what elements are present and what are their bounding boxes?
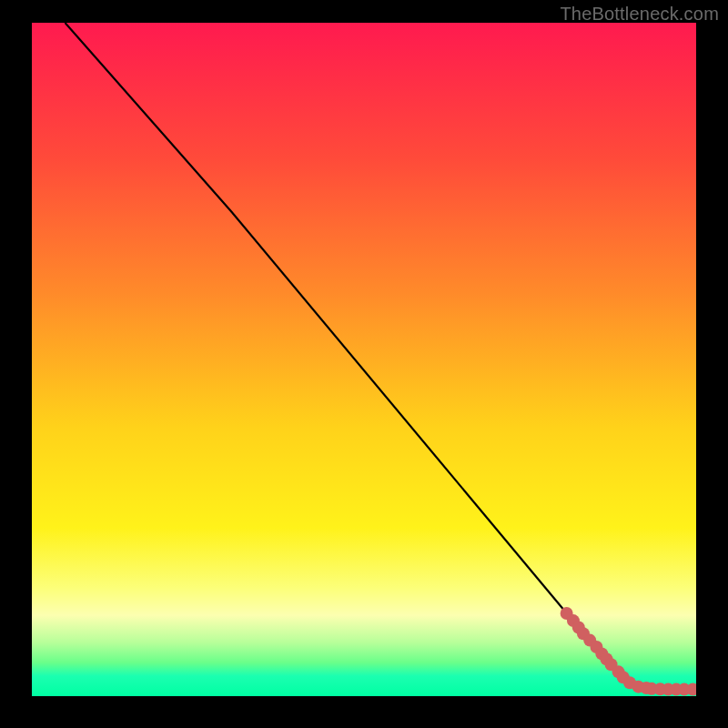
curve-path	[66, 23, 697, 690]
chart-canvas: TheBottleneck.com	[0, 0, 728, 728]
watermark-text: TheBottleneck.com	[560, 4, 719, 25]
line-series	[66, 23, 697, 690]
scatter-series	[561, 607, 696, 696]
data-layer-svg	[32, 23, 696, 696]
plot-area	[32, 23, 696, 696]
